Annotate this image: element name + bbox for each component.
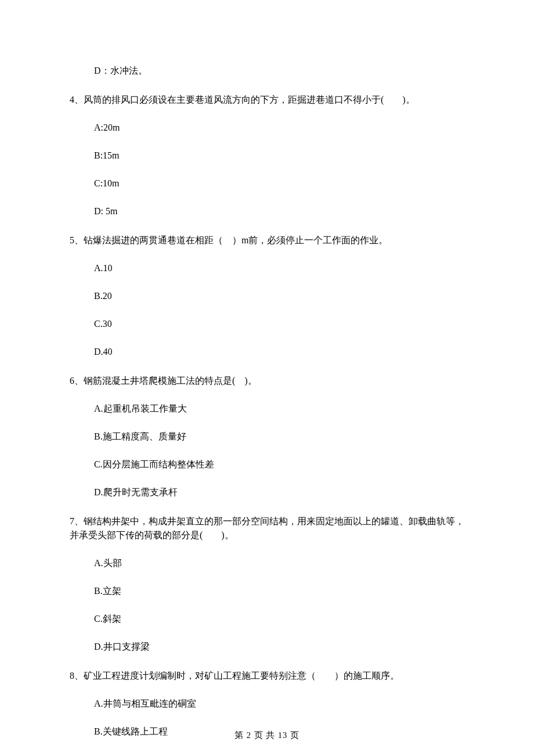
q5-option-c: C.30 (70, 317, 464, 331)
q6-option-a: A.起重机吊装工作量大 (70, 402, 464, 416)
q7-stem: 7、钢结构井架中，构成井架直立的那一部分空间结构，用来固定地面以上的罐道、卸载曲… (70, 514, 464, 542)
q4-option-a: A:20m (70, 121, 464, 135)
q7-option-d: D.井口支撑梁 (70, 640, 464, 654)
q6-option-b: B.施工精度高、质量好 (70, 430, 464, 444)
q7-option-c: C.斜架 (70, 612, 464, 626)
q5-option-b: B.20 (70, 289, 464, 303)
q4-stem: 4、风筒的排风口必须设在主要巷道风流方向的下方，距掘进巷道口不得小于( )。 (70, 93, 464, 107)
q4-option-d: D: 5m (70, 204, 464, 218)
q4-option-b: B:15m (70, 149, 464, 163)
q8-stem: 8、矿业工程进度计划编制时，对矿山工程施工要特别注意（ ）的施工顺序。 (70, 669, 464, 683)
q5-option-a: A.10 (70, 261, 464, 275)
q7-option-b: B.立架 (70, 584, 464, 598)
q4-option-c: C:10m (70, 177, 464, 190)
q8-option-a: A.井筒与相互毗连的硐室 (70, 697, 464, 711)
q7-option-a: A.头部 (70, 556, 464, 570)
q3-option-d: D：水冲法。 (70, 64, 464, 78)
q5-option-d: D.40 (70, 345, 464, 359)
q5-stem: 5、钻爆法掘进的两贯通巷道在相距（ ）m前，必须停止一个工作面的作业。 (70, 233, 464, 247)
q6-option-d: D.爬升时无需支承杆 (70, 485, 464, 499)
q6-stem: 6、钢筋混凝土井塔爬模施工法的特点是( )。 (70, 374, 464, 388)
document-page: D：水冲法。 4、风筒的排风口必须设在主要巷道风流方向的下方，距掘进巷道口不得小… (0, 0, 534, 756)
page-footer: 第 2 页 共 13 页 (0, 729, 534, 742)
q6-option-c: C.因分层施工而结构整体性差 (70, 458, 464, 471)
